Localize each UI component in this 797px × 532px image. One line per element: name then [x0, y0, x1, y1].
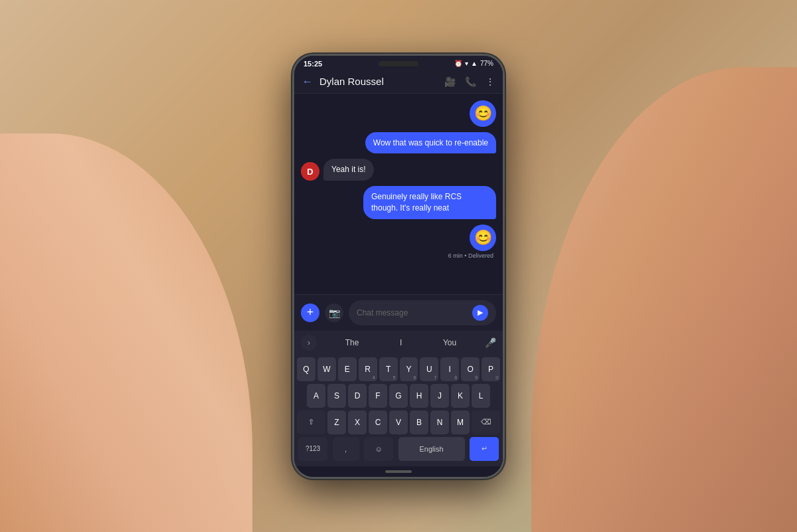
status-time: 15:25 [304, 60, 322, 68]
keyboard-row-1: Q W E R4 T5 Y6 U7 I8 O9 P0 [297, 357, 500, 381]
key-g[interactable]: G [389, 384, 408, 408]
comma-key[interactable]: , [333, 437, 359, 461]
chat-header: ← Dylan Roussel 🎥 📞 ⋮ [294, 70, 503, 94]
wifi-icon: ▾ [465, 60, 468, 67]
message-sent-emoji-2: 😊 [470, 224, 496, 251]
header-icons: 🎥 📞 ⋮ [444, 76, 495, 87]
more-options-icon[interactable]: ⋮ [486, 76, 495, 87]
contact-name: Dylan Roussel [319, 76, 438, 87]
key-x[interactable]: X [348, 410, 367, 434]
sent-text-1: Wow that was quick to re-enable [373, 138, 488, 147]
delete-key[interactable]: ⌫ [472, 410, 500, 434]
key-p[interactable]: P0 [482, 357, 500, 381]
phone-navigation-bar [294, 466, 503, 477]
message-received-1: D Yeah it is! [301, 159, 496, 181]
suggestion-you[interactable]: You [443, 338, 456, 347]
suggestions-expand-icon[interactable]: › [301, 335, 317, 351]
key-r[interactable]: R4 [359, 357, 377, 381]
keyboard: Q W E R4 T5 Y6 U7 I8 O9 P0 A S D F G H J… [294, 355, 503, 466]
camera-button[interactable]: 📷 [325, 304, 343, 322]
signal-icon: ▲ [471, 60, 478, 67]
key-a[interactable]: A [307, 384, 325, 408]
chat-input-placeholder: Chat message [357, 308, 408, 317]
avatar-d: D [301, 162, 319, 181]
send-button[interactable]: ▶ [472, 305, 488, 321]
key-e[interactable]: E [338, 357, 357, 381]
key-n[interactable]: N [430, 410, 449, 434]
message-sent-1: Wow that was quick to re-enable [301, 132, 496, 154]
add-attachment-button[interactable]: + [301, 304, 319, 322]
key-i[interactable]: I8 [440, 357, 459, 381]
num-key[interactable]: ?123 [298, 437, 327, 461]
emoji-key[interactable]: ☺ [364, 437, 393, 461]
key-c[interactable]: C [369, 410, 387, 434]
shift-key[interactable]: ⇧ [297, 410, 325, 434]
key-z[interactable]: Z [327, 410, 346, 434]
keyboard-row-3: ⇧ Z X C V B N M ⌫ [297, 410, 500, 434]
sent-bubble-1: Wow that was quick to re-enable [365, 132, 496, 154]
sent-text-2: Genuinely really like RCS though. It's r… [371, 192, 462, 213]
keyboard-row-2: A S D F G H J K L [297, 384, 500, 408]
key-j[interactable]: J [430, 384, 449, 408]
key-f[interactable]: F [369, 384, 387, 408]
emoji-bubble-1: 😊 [470, 100, 496, 127]
alarm-icon: ⏰ [454, 60, 462, 67]
message-sent-emoji-1: 😊 [301, 100, 496, 127]
home-indicator[interactable] [385, 470, 412, 473]
suggestions-bar: › The I You 🎤 [294, 331, 503, 355]
suggestion-i[interactable]: I [400, 338, 402, 347]
key-y[interactable]: Y6 [400, 357, 418, 381]
keyboard-bottom-row: ?123 , ☺ English ↵ [297, 437, 500, 461]
phone: 15:25 ⏰ ▾ ▲ 77% ← Dylan Roussel 🎥 📞 ⋮ 😊 [292, 54, 505, 479]
suggestion-words: The I You [325, 338, 477, 347]
side-button [503, 189, 505, 215]
message-sent-2: Genuinely really like RCS though. It's r… [301, 186, 496, 219]
key-l[interactable]: L [472, 384, 490, 408]
back-button[interactable]: ← [302, 76, 313, 88]
key-d[interactable]: D [348, 384, 367, 408]
received-bubble-1: Yeah it is! [323, 159, 374, 181]
key-o[interactable]: O9 [461, 357, 480, 381]
enter-key[interactable]: ↵ [470, 437, 499, 461]
key-b[interactable]: B [410, 410, 428, 434]
phone-notch [379, 61, 418, 66]
key-w[interactable]: W [317, 357, 336, 381]
status-icons: ⏰ ▾ ▲ 77% [454, 60, 493, 67]
key-s[interactable]: S [327, 384, 346, 408]
key-h[interactable]: H [410, 384, 428, 408]
chat-input-field[interactable]: Chat message ▶ [349, 300, 496, 325]
key-m[interactable]: M [451, 410, 470, 434]
microphone-icon[interactable]: 🎤 [485, 337, 496, 348]
phone-call-icon[interactable]: 📞 [465, 76, 476, 87]
input-area: + 📷 Chat message ▶ [294, 294, 503, 331]
key-u[interactable]: U7 [420, 357, 438, 381]
battery-level: 77% [480, 60, 493, 67]
sent-bubble-2: Genuinely really like RCS though. It's r… [363, 186, 496, 219]
phone-wrapper: 15:25 ⏰ ▾ ▲ 77% ← Dylan Roussel 🎥 📞 ⋮ 😊 [292, 54, 505, 479]
key-v[interactable]: V [389, 410, 408, 434]
key-q[interactable]: Q [297, 357, 315, 381]
suggestion-the[interactable]: The [345, 338, 359, 347]
space-key[interactable]: English [398, 437, 465, 461]
key-t[interactable]: T5 [379, 357, 398, 381]
emoji-bubble-2: 😊 [470, 224, 496, 251]
video-call-icon[interactable]: 🎥 [444, 76, 456, 87]
delivered-status: 6 min • Delivered [448, 252, 496, 259]
messages-area: 😊 Wow that was quick to re-enable D Yeah… [294, 94, 503, 294]
key-k[interactable]: K [451, 384, 470, 408]
received-text-1: Yeah it is! [331, 165, 366, 174]
